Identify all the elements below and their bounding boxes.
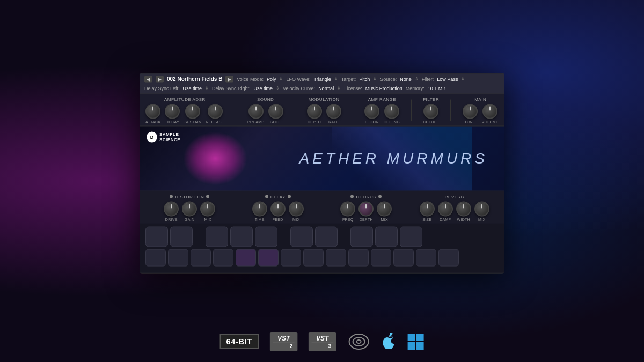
glide-knob[interactable] [268,104,283,119]
delay-sync-left-label: Delay Sync Left: [144,85,180,91]
floor-label: FLOOR [365,120,379,123]
pad-7[interactable] [315,226,338,247]
drive-label: DRIVE [165,217,178,221]
spad-5[interactable] [236,249,256,266]
pad-5[interactable] [255,226,277,247]
velocity-curve-value[interactable]: Normal [318,85,334,91]
delay-sync-left-value[interactable]: Use time [183,85,202,91]
patch-next-button[interactable]: ▶ [156,76,164,82]
gain-knob-wrap: GAIN [182,201,197,221]
drive-knob[interactable] [164,201,179,216]
pad-6[interactable] [290,226,313,247]
delay-sync-right-value[interactable]: Use time [254,85,273,91]
delay-dot2 [288,195,291,198]
release-label: RELEASE [206,120,224,123]
release-knob[interactable] [208,104,223,119]
license-label: License: [344,85,362,91]
reverb-knobs: SIZE DAMP WIDTH MIX [420,201,489,221]
spad-14[interactable] [438,249,459,266]
spad-1[interactable] [145,249,166,266]
ceiling-knob[interactable] [384,104,399,119]
voice-mode-value[interactable]: Poly [267,76,276,82]
source-arrow: ⇕ [415,77,419,82]
floor-knob[interactable] [364,104,379,119]
volume-knob-wrap: VOLUME [482,104,499,123]
pad-3[interactable] [206,226,228,247]
pad-8[interactable] [350,226,373,247]
glide-knob-wrap: GLIDE [268,104,283,123]
delay-mix-knob[interactable] [289,201,304,216]
volume-knob[interactable] [482,104,497,119]
brand-line1: SAMPLE [159,131,180,137]
rate-label: RATE [328,120,339,123]
pad-9[interactable] [375,226,398,247]
attack-knob[interactable] [145,104,160,119]
spad-2[interactable] [168,249,188,266]
filter-value[interactable]: Low Pass [437,76,458,82]
reverb-header: REVERB [411,194,499,199]
brand-text: SAMPLE SCIENCE [159,131,180,142]
play-button[interactable]: ▶ [225,76,233,82]
pads-top-row [145,226,499,247]
gain-knob[interactable] [182,201,197,216]
spad-3[interactable] [191,249,211,266]
delay-sync-left-arrow: ⇕ [205,86,209,91]
cutoff-knob[interactable] [423,104,438,119]
spad-6[interactable] [258,249,279,266]
freq-knob[interactable] [340,201,355,216]
damp-knob[interactable] [438,201,453,216]
lfo-wave-value[interactable]: Triangle [314,76,331,82]
chorus-depth-knob[interactable] [358,201,374,216]
source-value[interactable]: None [400,76,412,82]
spad-7[interactable] [281,249,301,266]
tune-knob-wrap: TUNE [463,104,478,123]
patch-prev-button[interactable]: ◀ [144,76,152,82]
feed-knob[interactable] [270,201,286,216]
pad-4[interactable] [230,226,253,247]
spad-12[interactable] [393,249,414,266]
preamp-knob[interactable] [248,104,264,119]
rate-knob-wrap: RATE [326,104,341,123]
size-knob[interactable] [420,201,435,216]
filter-label: Filter: [422,76,434,82]
spad-4[interactable] [213,249,233,266]
time-knob[interactable] [252,201,267,216]
width-knob[interactable] [456,201,471,216]
tune-knob[interactable] [463,104,478,119]
dist-mix-knob[interactable] [200,201,215,216]
glide-label: GLIDE [270,120,282,123]
freq-label: FREQ [342,217,354,221]
spad-10[interactable] [348,249,369,266]
decay-knob[interactable] [165,104,180,119]
time-label: TIME [255,217,265,221]
chorus-mix-knob-wrap: MIX [377,201,392,221]
knobs-section: AMPLITUDE ADSR ATTACK DECAY SUSTAIN [140,93,504,126]
sustain-knob[interactable] [185,104,200,119]
spad-8[interactable] [303,249,324,266]
effects-section: DISTORTION DRIVE GAIN MIX [140,190,504,223]
lfo-wave-arrow: ⇕ [334,77,338,82]
svg-rect-13 [416,334,423,341]
pad-2[interactable] [170,226,193,247]
divider3 [353,99,353,121]
target-value[interactable]: Pitch [359,76,370,82]
depth-knob-wrap: DEPTH [307,104,322,123]
chorus-mix-knob[interactable] [377,201,392,216]
reverb-mix-knob[interactable] [474,201,489,216]
delay-sync-right-arrow: ⇕ [276,86,280,91]
cutoff-label: CUTOFF [423,120,439,123]
amp-range-label: AMP RANGE [368,97,396,101]
pad-1[interactable] [145,226,168,247]
distortion-header: DISTORTION [145,194,234,199]
rate-knob[interactable] [326,104,341,119]
delay-knobs: TIME FEED MIX [252,201,304,221]
spad-13[interactable] [416,249,436,266]
svg-point-10 [356,340,361,343]
spad-9[interactable] [326,249,346,266]
mod-depth-knob[interactable] [307,104,322,119]
mod-depth-label: DEPTH [308,120,321,123]
pad-10[interactable] [400,226,422,247]
memory-label: Memory: [406,85,425,91]
spad-11[interactable] [371,249,391,266]
delay-label: DELAY [270,194,286,199]
